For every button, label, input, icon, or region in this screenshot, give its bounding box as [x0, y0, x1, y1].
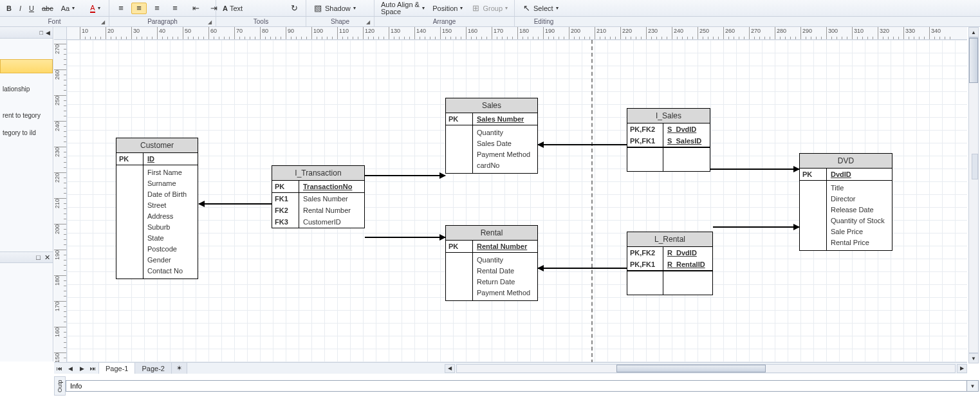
align-center-button[interactable]: ≡ — [131, 3, 147, 14]
shape-group-label: Shape — [331, 18, 349, 25]
entity-isales[interactable]: I_SalesPK,FK2S_DvdIDPK,FK1S_SalesID — [627, 108, 710, 172]
shape-chip[interactable] — [0, 59, 53, 73]
align-right-button[interactable]: ≡ — [149, 3, 165, 14]
font-size-button[interactable]: Aa▾ — [59, 4, 77, 13]
hscroll-thumb[interactable] — [616, 365, 766, 372]
tab-first-button[interactable]: ⏮ — [54, 363, 65, 374]
entity-title: L_Rental — [627, 232, 712, 247]
panel-hint-2: rent to tegory — [0, 109, 53, 122]
tab-page-2[interactable]: Page-2 — [135, 363, 171, 374]
relationship-arrow[interactable] — [710, 169, 799, 170]
shadow-button[interactable]: ▧ Shadow▾ — [310, 3, 358, 14]
select-button[interactable]: ↖ Select▾ — [519, 3, 561, 14]
italic-button[interactable]: I — [17, 4, 24, 13]
ribbon: B I U abc Aa▾ A▾ ≡ ≡ ≡ ≡ ⇤ ⇥ A Text ↻ ▧ … — [0, 0, 980, 17]
font-dialog-launcher[interactable]: ◢ — [101, 19, 107, 26]
relationship-arrow[interactable] — [365, 175, 445, 176]
font-color-button[interactable]: A▾ — [88, 3, 102, 14]
entity-title: Sales — [446, 98, 537, 113]
tools-group-label: Tools — [254, 18, 268, 25]
panel-collapse-icon[interactable]: ◀ — [46, 30, 50, 36]
panel-hint-1: lationship — [0, 82, 53, 96]
scroll-down-button[interactable]: ▼ — [968, 353, 979, 363]
vscroll-marker[interactable] — [972, 154, 978, 179]
editing-group-label: Editing — [534, 18, 554, 25]
entity-dvd[interactable]: DVDPKDvdIDTitleDirectorRelease DateQuant… — [799, 153, 892, 251]
entity-title: DVD — [800, 154, 892, 169]
strikethrough-button[interactable]: abc — [39, 4, 56, 13]
drawing-canvas[interactable]: CustomerPKIDFirst NameSurnameDate of Bir… — [67, 40, 967, 363]
scroll-up-button[interactable]: ▲ — [968, 27, 979, 37]
output-field[interactable] — [66, 380, 967, 392]
tab-page-1[interactable]: Page-1 — [99, 363, 135, 374]
entity-title: Customer — [116, 138, 198, 153]
entity-lrental[interactable]: L_RentalPK,FK2R_DvdIDPK,FK1R_RentalID — [627, 232, 713, 295]
relationship-arrow[interactable] — [199, 203, 272, 205]
relationship-arrow[interactable] — [713, 226, 799, 228]
page-tab-strip: ⏮ ◀ ▶ ⏭ Page-1 Page-2 ✶ ◀ ▶ — [54, 362, 967, 374]
vertical-ruler[interactable]: 270260250240230220210200190180170160150 — [54, 40, 67, 363]
panel-hint-3: tegory to ild — [0, 126, 53, 140]
entity-sales[interactable]: SalesPKSales NumberQuantitySales DatePay… — [445, 98, 538, 174]
entity-rental[interactable]: RentalPKRental NumberQuantityRental Date… — [445, 225, 538, 301]
vscroll-thumb[interactable] — [969, 38, 978, 83]
relationship-arrow[interactable] — [538, 144, 627, 145]
paragraph-group-label: Paragraph — [147, 18, 178, 25]
page-break-line — [591, 40, 593, 363]
justify-button[interactable]: ≡ — [167, 3, 183, 14]
shape-dialog-launcher[interactable]: ◢ — [366, 19, 373, 26]
bold-button[interactable]: B — [4, 4, 14, 13]
panel2-maximize-icon[interactable]: □ — [36, 253, 41, 261]
shapes-panel: □◀ lationship rent to tegory tegory to i… — [0, 27, 53, 361]
group-button[interactable]: ⊞ Group▾ — [468, 3, 510, 14]
rotate-tool-button[interactable]: ↻ — [286, 3, 302, 14]
panel2-close-icon[interactable]: ✕ — [44, 253, 50, 262]
horizontal-ruler[interactable]: 1020304050607080901001101201301401501601… — [54, 27, 967, 40]
align-left-button[interactable]: ≡ — [113, 3, 129, 14]
hscroll-right-button[interactable]: ▶ — [957, 364, 967, 373]
vertical-scrollbar[interactable]: ▲ ▼ — [968, 27, 979, 363]
entity-customer[interactable]: CustomerPKIDFirst NameSurnameDate of Bir… — [116, 138, 198, 279]
text-tool-button[interactable]: A Text — [220, 4, 245, 13]
output-bar: Outp ▼ — [54, 376, 979, 396]
output-label: Outp — [54, 376, 66, 396]
hscroll-left-button[interactable]: ◀ — [445, 364, 455, 373]
font-group-label: Font — [48, 18, 60, 25]
decrease-indent-button[interactable]: ⇤ — [188, 3, 203, 14]
output-dropdown[interactable]: ▼ — [967, 380, 979, 392]
entity-title: I_Sales — [627, 109, 710, 123]
tab-last-button[interactable]: ⏭ — [88, 363, 98, 374]
relationship-arrow[interactable] — [365, 237, 445, 238]
entity-title: Rental — [446, 226, 537, 241]
panel-maximize-icon[interactable]: □ — [40, 30, 43, 36]
relationship-arrow[interactable] — [538, 268, 627, 269]
entity-itransaction[interactable]: I_TransactionPKTransactionNoFK1Sales Num… — [272, 165, 365, 228]
underline-button[interactable]: U — [26, 4, 37, 13]
tab-add-page[interactable]: ✶ — [172, 363, 187, 374]
auto-align-button[interactable]: Auto Align & Space▾ — [378, 1, 427, 16]
tab-prev-button[interactable]: ◀ — [65, 363, 76, 374]
position-button[interactable]: Position▾ — [430, 4, 465, 13]
paragraph-dialog-launcher[interactable]: ◢ — [208, 19, 214, 26]
arrange-group-label: Arrange — [433, 18, 456, 25]
ribbon-labels: Font◢ Paragraph◢ Tools Shape◢ Arrange Ed… — [0, 17, 980, 27]
entity-title: I_Transaction — [272, 166, 364, 181]
tab-next-button[interactable]: ▶ — [77, 363, 88, 374]
